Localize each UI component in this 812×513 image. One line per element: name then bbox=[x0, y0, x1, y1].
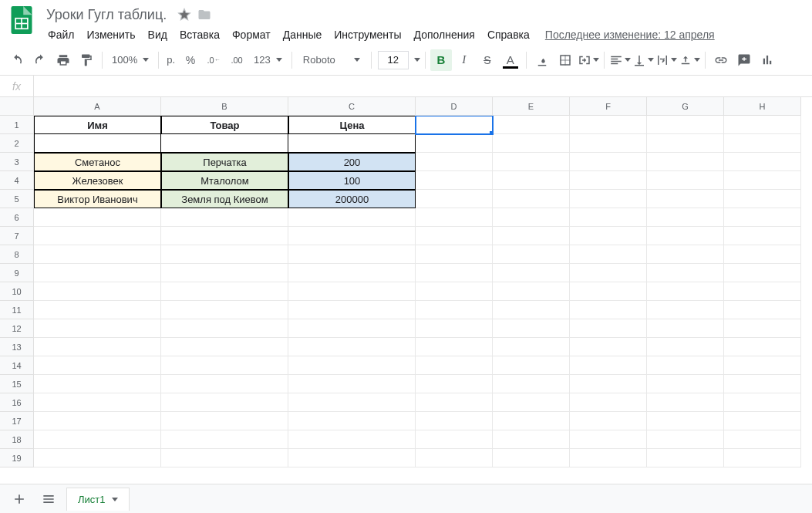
cell-C16[interactable] bbox=[288, 393, 416, 412]
row-header-10[interactable]: 10 bbox=[0, 282, 34, 301]
row-header-19[interactable]: 19 bbox=[0, 449, 34, 467]
cell-E3[interactable] bbox=[493, 153, 570, 171]
cell-F17[interactable] bbox=[570, 412, 647, 430]
cell-G3[interactable] bbox=[647, 153, 724, 171]
cell-E6[interactable] bbox=[493, 208, 570, 227]
cell-E2[interactable] bbox=[493, 134, 570, 153]
cell-F5[interactable] bbox=[570, 190, 647, 208]
cell-D17[interactable] bbox=[416, 412, 493, 430]
strikethrough-button[interactable]: S bbox=[477, 49, 498, 71]
borders-button[interactable] bbox=[554, 49, 576, 71]
cell-E18[interactable] bbox=[493, 430, 570, 449]
cell-B5[interactable]: Земля под Киевом bbox=[161, 190, 288, 208]
row-header-5[interactable]: 5 bbox=[0, 190, 34, 208]
menu-view[interactable]: Вид bbox=[142, 25, 174, 44]
cell-C5[interactable]: 200000 bbox=[288, 190, 416, 208]
cell-D13[interactable] bbox=[416, 338, 493, 356]
cell-E7[interactable] bbox=[493, 227, 570, 245]
cell-E14[interactable] bbox=[493, 356, 570, 375]
cell-H18[interactable] bbox=[724, 430, 801, 449]
insert-chart-button[interactable] bbox=[756, 49, 778, 71]
cell-F15[interactable] bbox=[570, 375, 647, 393]
cell-C10[interactable] bbox=[288, 282, 416, 301]
row-header-3[interactable]: 3 bbox=[0, 153, 34, 171]
cell-H10[interactable] bbox=[724, 282, 801, 301]
cell-F16[interactable] bbox=[570, 393, 647, 412]
cell-E9[interactable] bbox=[493, 264, 570, 282]
cell-E15[interactable] bbox=[493, 375, 570, 393]
cell-H9[interactable] bbox=[724, 264, 801, 282]
text-rotation-button[interactable] bbox=[679, 49, 700, 71]
vertical-align-button[interactable] bbox=[632, 49, 654, 71]
cell-B16[interactable] bbox=[161, 393, 288, 412]
row-header-14[interactable]: 14 bbox=[0, 356, 34, 375]
cell-E1[interactable] bbox=[493, 116, 570, 134]
cell-G4[interactable] bbox=[647, 171, 724, 190]
move-folder-icon[interactable] bbox=[197, 8, 211, 22]
cell-D18[interactable] bbox=[416, 430, 493, 449]
cell-H7[interactable] bbox=[724, 227, 801, 245]
row-header-8[interactable]: 8 bbox=[0, 245, 34, 264]
cell-F11[interactable] bbox=[570, 301, 647, 319]
cell-D3[interactable] bbox=[416, 153, 493, 171]
cell-H3[interactable] bbox=[724, 153, 801, 171]
menu-addons[interactable]: Дополнения bbox=[408, 25, 481, 44]
number-format-dropdown[interactable]: 123 bbox=[249, 49, 287, 71]
cell-A8[interactable] bbox=[34, 245, 161, 264]
cell-D8[interactable] bbox=[416, 245, 493, 264]
italic-button[interactable]: I bbox=[453, 49, 475, 71]
cell-G19[interactable] bbox=[647, 449, 724, 467]
cell-B6[interactable] bbox=[161, 208, 288, 227]
cell-G14[interactable] bbox=[647, 356, 724, 375]
cell-E19[interactable] bbox=[493, 449, 570, 467]
cell-A13[interactable] bbox=[34, 338, 161, 356]
cell-A15[interactable] bbox=[34, 375, 161, 393]
cell-B19[interactable] bbox=[161, 449, 288, 467]
print-button[interactable] bbox=[52, 49, 74, 71]
cell-C12[interactable] bbox=[288, 319, 416, 338]
cell-B11[interactable] bbox=[161, 301, 288, 319]
cell-D14[interactable] bbox=[416, 356, 493, 375]
cell-E12[interactable] bbox=[493, 319, 570, 338]
cell-A7[interactable] bbox=[34, 227, 161, 245]
cell-B17[interactable] bbox=[161, 412, 288, 430]
percent-button[interactable]: % bbox=[180, 49, 201, 71]
cell-D11[interactable] bbox=[416, 301, 493, 319]
horizontal-align-button[interactable] bbox=[609, 49, 631, 71]
cell-F4[interactable] bbox=[570, 171, 647, 190]
menu-format[interactable]: Формат bbox=[226, 25, 277, 44]
cell-D19[interactable] bbox=[416, 449, 493, 467]
cell-G1[interactable] bbox=[647, 116, 724, 134]
cell-A6[interactable] bbox=[34, 208, 161, 227]
cell-D7[interactable] bbox=[416, 227, 493, 245]
row-header-11[interactable]: 11 bbox=[0, 301, 34, 319]
cell-H8[interactable] bbox=[724, 245, 801, 264]
cell-G13[interactable] bbox=[647, 338, 724, 356]
last-modified-link[interactable]: Последнее изменение: 12 апреля bbox=[545, 29, 715, 41]
cell-C6[interactable] bbox=[288, 208, 416, 227]
cell-A4[interactable]: Железовек bbox=[34, 171, 161, 190]
cell-E10[interactable] bbox=[493, 282, 570, 301]
cell-F10[interactable] bbox=[570, 282, 647, 301]
paint-format-button[interactable] bbox=[76, 49, 97, 71]
row-header-18[interactable]: 18 bbox=[0, 430, 34, 449]
cell-H13[interactable] bbox=[724, 338, 801, 356]
menu-data[interactable]: Данные bbox=[277, 25, 329, 44]
row-header-12[interactable]: 12 bbox=[0, 319, 34, 338]
cell-G10[interactable] bbox=[647, 282, 724, 301]
cell-F8[interactable] bbox=[570, 245, 647, 264]
all-sheets-button[interactable] bbox=[37, 488, 60, 511]
insert-link-button[interactable] bbox=[710, 49, 732, 71]
cell-H2[interactable] bbox=[724, 134, 801, 153]
star-icon[interactable] bbox=[177, 8, 191, 22]
cell-C19[interactable] bbox=[288, 449, 416, 467]
cell-C11[interactable] bbox=[288, 301, 416, 319]
cell-E17[interactable] bbox=[493, 412, 570, 430]
cell-C8[interactable] bbox=[288, 245, 416, 264]
font-size-input[interactable]: 12 bbox=[378, 51, 409, 69]
decrease-decimal-button[interactable]: .0← bbox=[203, 49, 224, 71]
cell-C2[interactable] bbox=[288, 134, 416, 153]
row-header-17[interactable]: 17 bbox=[0, 412, 34, 430]
cell-H19[interactable] bbox=[724, 449, 801, 467]
cell-G7[interactable] bbox=[647, 227, 724, 245]
